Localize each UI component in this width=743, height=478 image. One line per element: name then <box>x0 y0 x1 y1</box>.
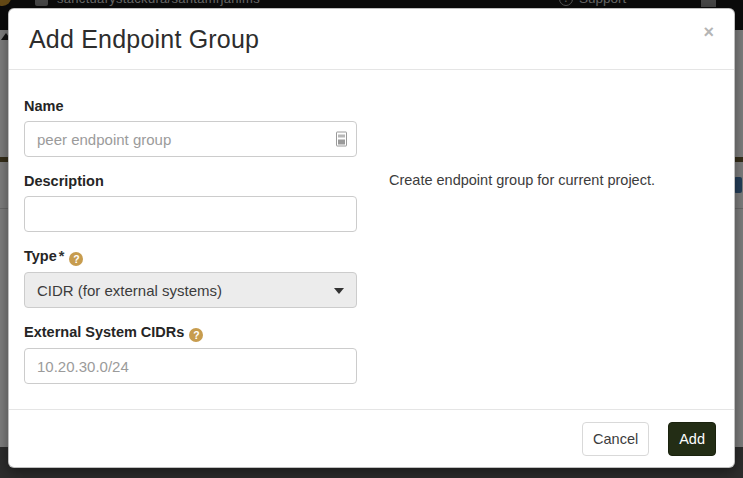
endpoint-group-form: Name Description Type*? CIDR (for extern… <box>24 98 357 384</box>
type-help-icon[interactable]: ? <box>69 252 83 266</box>
cidrs-field-group: External System CIDRs? <box>24 324 357 384</box>
close-icon[interactable]: × <box>699 21 718 43</box>
description-field-group: Description <box>24 173 357 232</box>
add-endpoint-group-modal: Add Endpoint Group × Name Description T <box>8 8 735 468</box>
required-marker: * <box>59 248 65 264</box>
name-input[interactable] <box>24 121 357 157</box>
name-label: Name <box>24 98 357 115</box>
cancel-button[interactable]: Cancel <box>582 422 649 456</box>
modal-body: Name Description Type*? CIDR (for extern… <box>9 70 734 409</box>
screen: sanctuarystackdra/santamrjanims ? Suppor… <box>0 0 743 478</box>
cidrs-help-icon[interactable]: ? <box>189 328 203 342</box>
cidrs-input[interactable] <box>24 348 357 384</box>
name-field-group: Name <box>24 98 357 157</box>
cidrs-label: External System CIDRs? <box>24 324 357 342</box>
type-label: Type*? <box>24 248 357 266</box>
add-button[interactable]: Add <box>668 422 716 456</box>
modal-title: Add Endpoint Group <box>29 25 259 54</box>
description-input[interactable] <box>24 196 357 232</box>
autofill-icon <box>336 132 347 147</box>
type-selected-value: CIDR (for external systems) <box>37 282 222 299</box>
type-field-group: Type*? CIDR (for external systems) <box>24 248 357 308</box>
caret-down-icon <box>334 288 344 294</box>
type-select[interactable]: CIDR (for external systems) <box>24 272 357 308</box>
description-label: Description <box>24 173 357 190</box>
modal-header: Add Endpoint Group × <box>9 9 734 70</box>
modal-footer: Cancel Add <box>9 409 734 467</box>
side-description: Create endpoint group for current projec… <box>389 172 655 188</box>
